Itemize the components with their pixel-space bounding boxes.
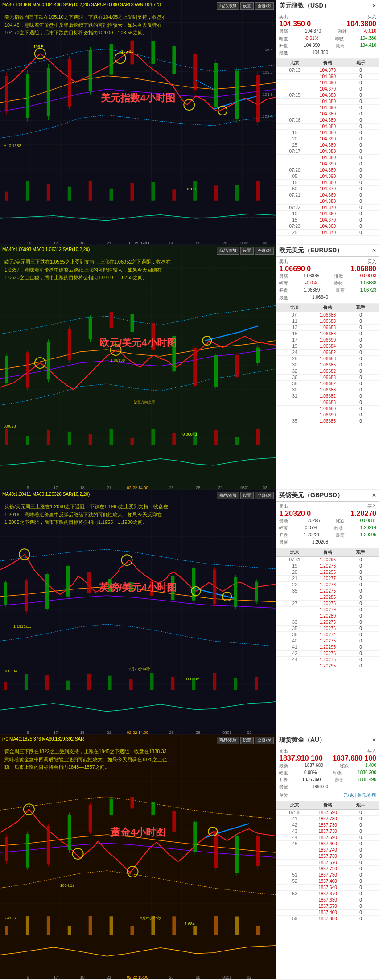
stat-label: 最低 <box>279 784 288 791</box>
tick-vol: 0 <box>344 168 377 173</box>
settings-button[interactable]: 设置 <box>240 2 254 10</box>
tick-price: 1837.690 <box>311 835 344 840</box>
stat-val: 1836.360 <box>302 777 321 783</box>
full-button[interactable]: 全屏/对 <box>255 247 274 255</box>
tick-row: 22 1.20278 0 <box>276 582 379 588</box>
settings-button[interactable]: 设置 <box>240 737 254 744</box>
close-button[interactable]: ✕ <box>372 3 376 9</box>
tick-col-header: 现手 <box>344 549 377 556</box>
add-product-button[interactable]: 商品/添加 <box>217 247 239 255</box>
svg-rect-166 <box>214 430 218 445</box>
sidebar-header: 英镑美元（GBPUSD） ✕ <box>276 490 379 502</box>
tick-time: 44 <box>278 657 311 662</box>
chart-eurusd: 6 17 18 21 02-22 14:00 25 28 29 0301 02 … <box>0 245 276 490</box>
price-main: 卖出 1837.910 100 买入 1837.680 100 最新 1837.… <box>276 746 379 801</box>
tick-price: 104.380 <box>311 93 344 98</box>
stat-label: 最低 <box>279 295 288 301</box>
settings-button[interactable]: 设置 <box>240 492 254 499</box>
chart-title: 美元指数4小时图 <box>101 91 175 105</box>
section-gbpusd: 6 17 18 21 02-22 14:00 25 28 0301 02 -0.… <box>0 490 379 734</box>
tick-row: 10 104.360 0 <box>276 211 379 217</box>
tick-price: 1837.730 <box>311 873 344 877</box>
tick-price: 104.380 <box>311 124 344 129</box>
settings-button[interactable]: 设置 <box>240 247 254 255</box>
tick-price: 1.20278 <box>311 582 344 587</box>
tick-time <box>278 854 311 859</box>
tick-price: 104.370 <box>311 230 344 235</box>
svg-text:H:-0.1583: H:-0.1583 <box>4 144 21 148</box>
tick-vol: 0 <box>344 638 377 643</box>
unit-usd[interactable]: 美元/盎司 <box>357 793 376 798</box>
svg-rect-336 <box>68 926 71 935</box>
add-product-button[interactable]: 商品/添加 <box>217 2 239 10</box>
svg-rect-339 <box>131 926 134 935</box>
sidebar-title: 欧元美元（EURUSD） <box>279 247 343 255</box>
stat-val: 104.350 <box>312 50 328 56</box>
tick-time: 59 <box>278 916 311 921</box>
svg-text:1804.1±: 1804.1± <box>60 883 74 888</box>
chart-description: 英镑/美元周三上涨在1.2090之下遇阻，下跌在1.1965之上受到支持，收盘在… <box>4 503 174 527</box>
unit-options[interactable]: 元/克 | 美元/盎司 <box>343 792 376 799</box>
tick-table: 北京价格现手 07: 1.06683 0 11 1.06683 0 13 1.0… <box>276 304 379 490</box>
stat-label2: 最高 <box>336 43 345 49</box>
full-button[interactable]: 全屏/对 <box>255 2 274 10</box>
tick-time <box>278 607 311 612</box>
tick-row: 21 1.20277 0 <box>276 576 379 582</box>
svg-text:0.0023: 0.0023 <box>4 424 16 428</box>
tick-vol: 0 <box>344 582 377 587</box>
tick-vol: 0 <box>344 338 377 342</box>
add-product-button[interactable]: 商品/添加 <box>217 737 239 744</box>
svg-text:28: 28 <box>196 975 200 979</box>
chart-title: 黄金4小时图 <box>111 826 165 839</box>
close-button[interactable]: ✕ <box>372 247 376 254</box>
svg-rect-311 <box>151 802 155 815</box>
svg-rect-290 <box>5 837 8 861</box>
full-button[interactable]: 全屏/对 <box>255 492 274 499</box>
tick-vol: 0 <box>344 406 377 411</box>
tick-time <box>278 155 311 160</box>
tick-vol: 0 <box>344 86 377 91</box>
tick-price: 104.370 <box>311 205 344 210</box>
svg-rect-70 <box>172 189 176 200</box>
stat-val2: -0.00003 <box>358 273 376 280</box>
add-product-button[interactable]: 商品/添加 <box>217 492 239 499</box>
stat-val2: 104.380 <box>360 36 376 42</box>
tick-time <box>278 904 311 909</box>
full-button[interactable]: 全屏/对 <box>255 737 274 744</box>
tick-row: 44 1.20275 0 <box>276 657 379 663</box>
tick-time: 30 <box>278 362 311 367</box>
sell-label: 卖出 <box>279 259 311 265</box>
tick-time <box>278 885 311 890</box>
close-button[interactable]: ✕ <box>372 737 376 743</box>
sidebar-gold: 现货黄金（AU） ✕ 卖出 1837.910 100 买入 1837.680 1… <box>276 734 379 979</box>
tick-vol: 0 <box>344 854 377 859</box>
svg-text:21: 21 <box>107 241 111 245</box>
tick-vol: 0 <box>344 381 377 386</box>
svg-rect-202 <box>4 582 7 605</box>
unit-yuan[interactable]: 元/克 <box>343 793 354 798</box>
tick-header: 北京价格现手 <box>276 801 379 810</box>
tick-vol: 0 <box>344 620 377 625</box>
svg-text:28: 28 <box>222 241 227 245</box>
close-button[interactable]: ✕ <box>372 492 376 498</box>
buy-price: 1.06880 <box>350 265 376 273</box>
tick-vol: 0 <box>344 105 377 110</box>
tick-col-header: 北京 <box>278 305 311 311</box>
tick-price: 1837.730 <box>311 816 344 821</box>
tick-row: 59 1837.680 0 <box>276 916 379 922</box>
tick-row: 07:31 1.20295 0 <box>276 557 379 563</box>
svg-text:25: 25 <box>169 486 173 490</box>
svg-rect-147 <box>235 355 239 377</box>
tick-row: 30 1.06685 0 <box>276 362 379 368</box>
tick-row: 32 1.06682 0 <box>276 368 379 375</box>
svg-rect-245 <box>4 682 7 690</box>
tick-row: 104.380 0 <box>276 198 379 205</box>
tick-time: 07:23 <box>278 224 311 229</box>
svg-text:103.5: 103.5 <box>263 115 272 119</box>
tick-price: 1.20277 <box>311 576 344 581</box>
svg-text:105.5: 105.5 <box>263 70 272 74</box>
svg-rect-232 <box>213 570 216 605</box>
svg-rect-247 <box>45 675 49 690</box>
tick-time: 44 <box>278 835 311 840</box>
svg-rect-323 <box>235 836 239 873</box>
